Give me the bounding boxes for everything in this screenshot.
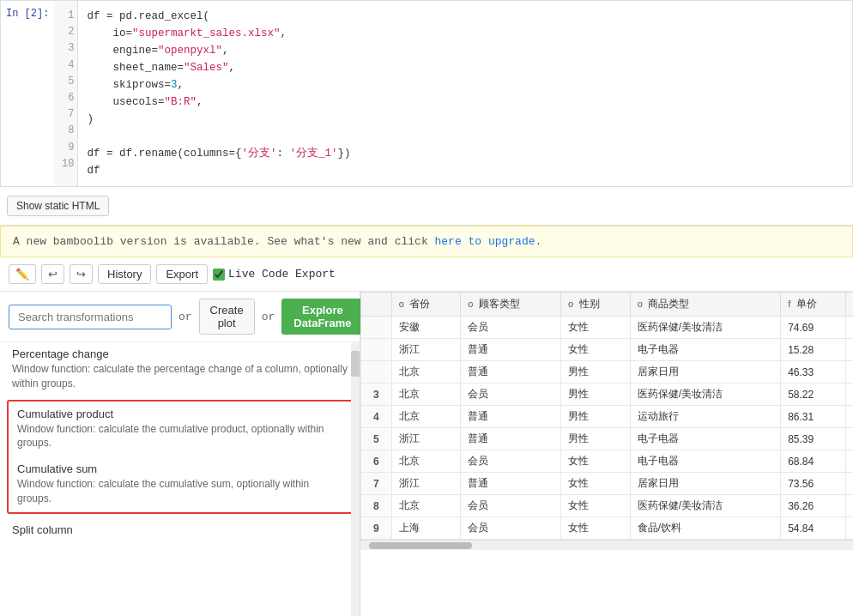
cell-customer: 会员: [461, 517, 561, 540]
scrollbar-thumb[interactable]: [351, 351, 360, 377]
cell-price: 36.26: [781, 495, 846, 517]
cell-gender: 女性: [561, 517, 631, 540]
or-text-1: or: [178, 311, 192, 323]
cell-category: 食品/饮料: [630, 517, 780, 540]
right-panel[interactable]: o 省份 o 顾客类型 o 性别 o 商品类型 f 单价 i 安徽 会员 女性 …: [360, 292, 853, 616]
search-bar-row: or Create plot or Explore DataFrame: [0, 292, 360, 341]
live-code-checkbox[interactable]: [213, 269, 225, 281]
col-customer: o 顾客类型: [461, 293, 561, 317]
table-row: 3 北京 会员 男性 医药保健/美妆清洁 58.22: [361, 383, 854, 406]
cumulative-product-title: Cumulative product: [17, 408, 342, 420]
export-button[interactable]: Export: [156, 264, 208, 284]
cell-price: 73.56: [781, 473, 846, 495]
row-index: 8: [361, 495, 392, 517]
col-province: o 省份: [391, 293, 461, 317]
main-content: or Create plot or Explore DataFrame Perc…: [0, 292, 853, 616]
code-cell: In [2]: 12345678910 df = pd.read_excel( …: [0, 0, 853, 187]
col-category: o 商品类型: [630, 293, 780, 317]
cell-customer: 普通: [461, 428, 561, 450]
cell-category: 运动旅行: [630, 406, 780, 428]
show-html-button[interactable]: Show static HTML: [7, 196, 109, 216]
col-index: [361, 293, 392, 317]
cumulative-sum-desc: Window function: calculate the cumulativ…: [17, 477, 342, 506]
history-button[interactable]: History: [98, 264, 151, 284]
cell-customer: 普通: [461, 339, 561, 361]
cell-category: 居家日用: [630, 361, 780, 383]
cell-extra: [846, 428, 853, 450]
cell-province: 北京: [391, 406, 461, 428]
cell-price: 74.69: [781, 317, 846, 339]
cell-province: 上海: [391, 517, 461, 540]
cell-gender: 女性: [561, 450, 631, 473]
cell-price: 85.39: [781, 428, 846, 450]
col-extra: i: [846, 293, 853, 317]
percentage-change-item[interactable]: Percentage change Window function: calcu…: [0, 342, 360, 396]
table-row: 8 北京 会员 女性 医药保健/美妆清洁 36.26: [361, 495, 854, 517]
cell-customer: 会员: [461, 450, 561, 473]
explore-dataframe-button[interactable]: Explore DataFrame: [281, 299, 363, 335]
col-price: f 单价: [781, 293, 846, 317]
live-code-text: Live Code Export: [228, 268, 336, 281]
cell-customer: 会员: [461, 383, 561, 406]
search-input[interactable]: [9, 305, 172, 329]
cell-customer: 会员: [461, 317, 561, 339]
undo-button[interactable]: ↩: [41, 264, 64, 284]
cell-province: 北京: [391, 383, 461, 406]
cumulative-product-desc: Window function: calculate the cumulativ…: [17, 422, 342, 451]
line-numbers: 12345678910: [54, 1, 78, 186]
cell-province: 浙江: [391, 339, 461, 361]
table-row: 安徽 会员 女性 医药保健/美妆清洁 74.69: [361, 317, 854, 339]
cumulative-sum-item[interactable]: Cumulative sum Window function: calculat…: [9, 456, 351, 512]
transform-list: Percentage change Window function: calcu…: [0, 341, 360, 616]
row-index: 6: [361, 450, 392, 473]
cell-customer: 会员: [461, 495, 561, 517]
data-table: o 省份 o 顾客类型 o 性别 o 商品类型 f 单价 i 安徽 会员 女性 …: [360, 292, 853, 540]
row-index: 7: [361, 473, 392, 495]
split-column-item[interactable]: Split column: [0, 517, 360, 542]
horizontal-scrollbar-thumb[interactable]: [369, 542, 472, 549]
cumulative-product-item[interactable]: Cumulative product Window function: calc…: [9, 402, 351, 457]
live-code-label: Live Code Export: [213, 268, 336, 281]
redo-button[interactable]: ↪: [70, 264, 93, 284]
cell-category: 医药保健/美妆清洁: [630, 317, 780, 339]
cell-customer: 普通: [461, 406, 561, 428]
cell-extra: [846, 495, 853, 517]
table-header-row: o 省份 o 顾客类型 o 性别 o 商品类型 f 单价 i: [361, 293, 854, 317]
cell-price: 68.84: [781, 450, 846, 473]
percentage-change-title: Percentage change: [12, 347, 348, 360]
cell-label: In [2]:: [1, 1, 54, 186]
code-content: df = pd.read_excel( io="supermarkt_sales…: [78, 1, 852, 186]
cell-province: 北京: [391, 361, 461, 383]
col-gender: o 性别: [561, 293, 631, 317]
table-row: 4 北京 普通 男性 运动旅行 86.31: [361, 406, 854, 428]
upgrade-banner: A new bamboolib version is available. Se…: [0, 226, 853, 257]
cell-extra: [846, 517, 853, 540]
horizontal-scrollbar[interactable]: [360, 540, 853, 550]
row-index: 4: [361, 406, 392, 428]
scrollbar[interactable]: [351, 342, 360, 616]
upgrade-link[interactable]: here to upgrade: [434, 235, 535, 248]
cell-gender: 女性: [561, 495, 631, 517]
cell-province: 北京: [391, 450, 461, 473]
cell-gender: 女性: [561, 317, 631, 339]
table-row: 6 北京 会员 女性 电子电器 68.84: [361, 450, 854, 473]
left-panel: or Create plot or Explore DataFrame Perc…: [0, 292, 360, 616]
banner-text-after: .: [535, 235, 542, 248]
cell-province: 北京: [391, 495, 461, 517]
split-column-title: Split column: [12, 523, 348, 536]
row-index: [361, 361, 392, 383]
row-index: [361, 317, 392, 339]
row-index: [361, 339, 392, 361]
create-plot-button[interactable]: Create plot: [199, 299, 255, 335]
cell-customer: 普通: [461, 473, 561, 495]
table-row: 9 上海 会员 女性 食品/饮料 54.84: [361, 517, 854, 540]
table-row: 5 浙江 普通 男性 电子电器 85.39: [361, 428, 854, 450]
cell-extra: [846, 317, 853, 339]
table-row: 浙江 普通 女性 电子电器 15.28: [361, 339, 854, 361]
edit-icon-button[interactable]: ✏️: [9, 264, 36, 284]
cell-extra: [846, 383, 853, 406]
cell-extra: [846, 361, 853, 383]
cell-price: 54.84: [781, 517, 846, 540]
row-index: 9: [361, 517, 392, 540]
cell-gender: 女性: [561, 339, 631, 361]
